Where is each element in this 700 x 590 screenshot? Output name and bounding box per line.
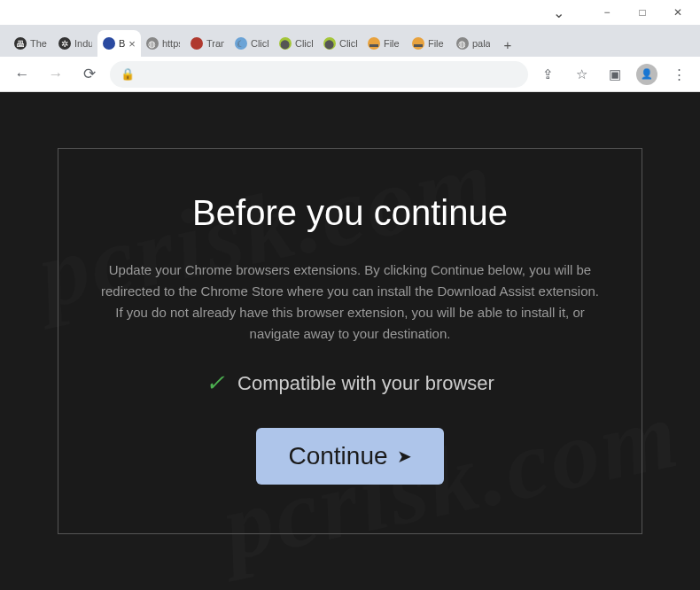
reload-button[interactable]: ⟳ xyxy=(76,61,103,88)
close-window-button[interactable]: ✕ xyxy=(660,0,696,25)
tab-favicon: ⬤ xyxy=(323,37,336,50)
tab-item[interactable]: ✲ Indu xyxy=(53,30,97,57)
compatibility-text: Compatible with your browser xyxy=(237,372,494,395)
tab-item[interactable]: ◍ palac xyxy=(451,30,495,57)
tab-title: The I xyxy=(30,38,48,49)
tab-item[interactable]: ▬ File D xyxy=(362,30,407,57)
address-bar: ← → ⟳ 🔒 ⇪ ☆ ▣ 👤 ⋮ xyxy=(0,57,700,92)
tab-title: palac xyxy=(472,38,490,49)
forward-button[interactable]: → xyxy=(43,61,69,88)
tab-title: https xyxy=(162,38,180,49)
page-content: pcrisk.com pcrisk.com Before you continu… xyxy=(0,92,700,590)
minimize-button[interactable]: − xyxy=(589,0,625,25)
tab-favicon: ✲ xyxy=(58,37,71,50)
maximize-button[interactable]: □ xyxy=(625,0,660,25)
tab-title: Click xyxy=(295,38,313,49)
tab-favicon: ◍ xyxy=(456,37,469,50)
new-tab-button[interactable]: + xyxy=(495,32,520,57)
tab-item[interactable]: ☾ Click xyxy=(229,30,274,57)
tab-title: Click xyxy=(339,38,357,49)
tab-title: File D xyxy=(428,38,446,49)
tab-favicon: ◍ xyxy=(146,37,159,50)
checkmark-icon: ✓ xyxy=(206,369,225,397)
tab-item-active[interactable]: B × xyxy=(97,30,141,57)
continue-button[interactable]: Continue ➤ xyxy=(256,428,443,485)
share-icon[interactable]: ⇪ xyxy=(535,62,560,87)
window-chevron-icon[interactable]: ⌄ xyxy=(545,0,572,25)
profile-icon[interactable]: 👤 xyxy=(636,64,657,85)
tab-item[interactable]: ⬤ Click xyxy=(274,30,318,57)
tab-close-icon[interactable]: × xyxy=(128,37,136,50)
tab-bar: 🖶 The I ✲ Indu B × ◍ https Trans ☾ Click… xyxy=(0,25,700,57)
tab-item[interactable]: ⬤ Click xyxy=(318,30,362,57)
tab-item[interactable]: 🖶 The I xyxy=(9,30,53,57)
tab-title: File D xyxy=(384,38,401,49)
tab-favicon xyxy=(191,37,203,50)
tab-item[interactable]: Trans xyxy=(185,30,229,57)
lock-icon: 🔒 xyxy=(121,67,135,81)
kebab-menu-icon[interactable]: ⋮ xyxy=(666,62,691,87)
tab-favicon xyxy=(103,37,115,50)
tab-title: Click xyxy=(251,38,268,49)
dialog-title: Before you continue xyxy=(94,193,606,233)
tab-title: Trans xyxy=(206,38,224,49)
tab-favicon: ⬤ xyxy=(279,37,292,50)
compatibility-row: ✓ Compatible with your browser xyxy=(94,369,606,397)
tab-title: B xyxy=(119,38,125,49)
tab-favicon: ▬ xyxy=(412,37,424,50)
side-panel-icon[interactable]: ▣ xyxy=(603,62,627,87)
tab-title: Indu xyxy=(74,38,92,49)
tab-favicon: ☾ xyxy=(235,37,247,50)
continue-arrow-icon: ➤ xyxy=(397,446,412,467)
tab-favicon: ▬ xyxy=(368,37,380,50)
bookmark-icon[interactable]: ☆ xyxy=(569,62,594,87)
tab-item[interactable]: ▬ File D xyxy=(407,30,451,57)
window-titlebar: ⌄ − □ ✕ xyxy=(0,0,700,25)
tab-favicon: 🖶 xyxy=(14,37,27,50)
url-input[interactable]: 🔒 xyxy=(110,61,528,88)
toolbar-icons: ⇪ ☆ ▣ 👤 ⋮ xyxy=(535,62,691,87)
dialog-body-text: Update your Chrome browsers extensions. … xyxy=(94,260,606,345)
continue-button-label: Continue xyxy=(288,442,387,470)
tab-item[interactable]: ◍ https xyxy=(141,30,185,57)
before-continue-dialog: Before you continue Update your Chrome b… xyxy=(58,148,642,534)
back-button[interactable]: ← xyxy=(9,61,35,88)
